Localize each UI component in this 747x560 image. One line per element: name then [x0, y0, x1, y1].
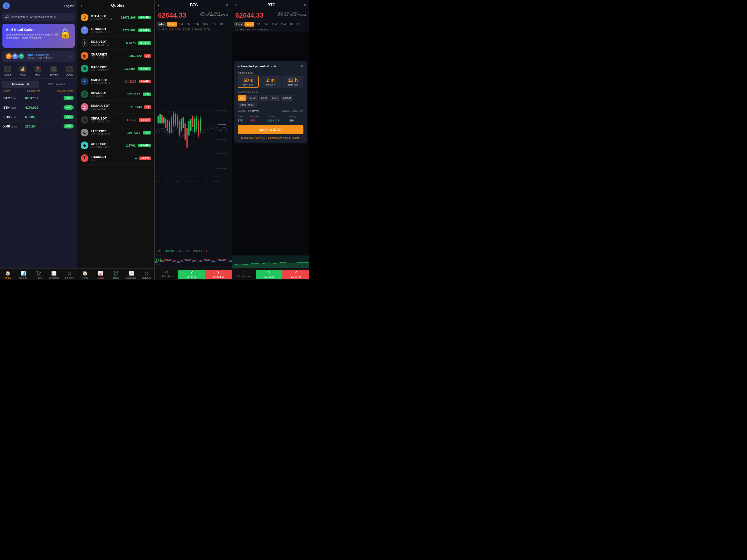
tab4-time-1m[interactable]: 1M — [254, 22, 262, 27]
quote-row-bsv[interactable]: ₿ BSV/USDT VOL:5380.16 173.1114 +0% — [77, 88, 154, 101]
tab-time-30m[interactable]: 30M — [201, 22, 210, 27]
nav-share[interactable]: ↗ Share — [4, 66, 11, 76]
bottom-buy-fall[interactable]: ¥ buy Or Fall — [205, 270, 232, 279]
nav-service[interactable]: 🎧 Service — [50, 66, 58, 76]
quote-row-eos[interactable]: EOS/USDT VOL:5651857.30 6.7075 +0.766% — [77, 37, 154, 50]
nav-help[interactable]: ❓ Help — [34, 66, 41, 76]
svg-text:60900.000: 60900.000 — [217, 167, 226, 169]
tab-time-1m[interactable]: 1M — [177, 22, 185, 27]
tab-time-5m[interactable]: 5M — [185, 22, 192, 27]
confirm-order-button[interactable]: confirm Order — [238, 125, 304, 134]
quote-row-rad[interactable]: ⊕ RAD/USDT VOL:1575494.26 12.3354 +0.002… — [77, 62, 154, 75]
bottom4-buy-fall[interactable]: ¥ buy Or Fall — [282, 270, 309, 279]
leverage-label: Leverage — [49, 276, 59, 279]
bottom-leverage[interactable]: 📈 Leverage — [46, 270, 61, 279]
bottom-quotes[interactable]: 📊 Quotes — [16, 270, 31, 279]
tab-vol-leaders[interactable]: VOL Leaders — [38, 81, 75, 88]
bottom4-buy-up[interactable]: ¥ buy Or up — [256, 270, 283, 279]
tab-kline[interactable]: k-line — [157, 22, 167, 27]
bottom-buy-up[interactable]: ¥ buy Or up — [178, 270, 205, 279]
expiry-12h[interactable]: 12 h profit 45% — [282, 76, 304, 88]
quick-recharge[interactable]: B Ξ T Quick recharge Support USDT rechar… — [2, 51, 75, 62]
bottom-hold-positions[interactable]: ⊙ hold Positions — [155, 270, 178, 279]
tab4-time-15m[interactable]: 15M — [269, 22, 279, 27]
bsv-vol: VOL:5380.16 — [91, 95, 127, 97]
back-icon[interactable]: ‹ — [158, 2, 159, 7]
buy-fall4-icon: ¥ — [295, 271, 297, 275]
amount-200[interactable]: $200 — [259, 95, 269, 101]
bottom-home[interactable]: 🏠 Home — [77, 270, 93, 279]
list-tabs: Increase list VOL Leaders — [2, 81, 75, 88]
menu4-icon[interactable]: ≡ — [304, 3, 306, 7]
nav-service-label: Service — [50, 73, 58, 76]
quote-row-eth[interactable]: Ξ ETH/USDT VOL:50502213.88 4271.092 +0.0… — [77, 24, 154, 37]
ada-price: 2.1762 — [126, 144, 135, 147]
menu-icon[interactable]: ≡ — [226, 3, 228, 7]
quote-row-xmr[interactable]: ◎ XMR/USDT VOL:140295.43 286.2022 0% — [77, 50, 154, 62]
modal-header: acknowledgement of order ✕ — [238, 64, 304, 69]
banner-text: Anti-fraud Guide What are the common way… — [6, 28, 59, 40]
svg-rect-74 — [162, 260, 162, 262]
nav-about[interactable]: ℹ About — [66, 66, 73, 76]
quote-row-omg[interactable]: OMG/USDT VOL:57561581.02 14.4225 -0.001% — [77, 75, 154, 88]
quote-row-xrp[interactable]: ✕ XRP/USDT VOL:19990215.00 1.1128 -0.018… — [77, 113, 154, 126]
hold4-icon: ⊙ — [242, 270, 246, 274]
amount-50[interactable]: $50 — [238, 95, 247, 101]
list-item[interactable]: EOS /usdt 6.6985 +0% — [0, 112, 77, 122]
nav-wallet[interactable]: 💰 Wallet — [19, 66, 26, 76]
amount-1000[interactable]: $1000 — [281, 95, 293, 101]
anti-fraud-banner[interactable]: Anti-fraud Guide What are the common way… — [2, 24, 75, 48]
bottom-quotes[interactable]: 📊 Quotes — [93, 270, 108, 279]
list-item[interactable]: XMR /usdt 286.204 +0% — [0, 122, 77, 131]
col-direction: direction — [250, 114, 268, 118]
back-icon[interactable]: ‹ — [235, 2, 237, 7]
bottom-trade[interactable]: 💱 Trade — [108, 270, 124, 279]
bottom-home[interactable]: 🏠 Home — [0, 270, 16, 279]
quote-row-sushi[interactable]: 🍣 SUSHI/USDT VOL:80092.86 11.3343 0% — [77, 101, 154, 113]
bottom-balance[interactable]: ⚖ Balance — [139, 270, 154, 279]
trade-label: Trade — [113, 276, 119, 279]
recharge-info: Quick recharge Support USDT recharge — [27, 53, 67, 59]
quote-row-ada[interactable]: ◈ ADA/USDT VOL:24488861.90 2.1762 +0.009… — [77, 139, 154, 152]
xrp-price: 1.1128 — [127, 118, 136, 122]
amount-100[interactable]: $100 — [248, 95, 258, 101]
back-icon[interactable]: ‹ — [81, 3, 82, 8]
bottom-trade[interactable]: 💱 Trade — [31, 270, 46, 279]
trade-icon: 💱 — [36, 270, 41, 276]
tab4-time-1h[interactable]: 1H — [288, 22, 295, 27]
tab4-time-1d[interactable]: 1D — [295, 22, 302, 27]
tab-time-1h[interactable]: 1H — [210, 22, 218, 27]
high-label: Heigh — [214, 11, 220, 14]
tab-trend[interactable]: trend — [167, 22, 177, 27]
expiry-60s[interactable]: 60 s profit 10% — [238, 76, 259, 88]
tab4-trend[interactable]: trend — [244, 22, 254, 27]
eos-info: EOS/USDT VOL:5651857.30 — [91, 40, 126, 46]
quote-row-btc[interactable]: ₿ BTC/USDT VOL:519893203.49 62673.265 +0… — [77, 11, 154, 24]
amount-other[interactable]: other Amour — [238, 102, 257, 107]
quotes-label: Quotes — [19, 276, 27, 279]
tab4-time-30m[interactable]: 30M — [279, 22, 287, 27]
modal-close-button[interactable]: ✕ — [300, 64, 304, 69]
expiry-2m[interactable]: 2 m profit 35% — [260, 76, 281, 88]
list-item[interactable]: ETH /usdt 4279.926 +0% — [0, 103, 77, 112]
chart4-header: ‹ BTC ≡ — [232, 0, 309, 10]
quote-row-ltc[interactable]: Ł LTC/USDT VOL:19194460.72 195.7213 +0% — [77, 126, 154, 139]
list-item[interactable]: BTC /usdt 62647.57 +0% — [0, 94, 77, 103]
tab-increase-list[interactable]: Increase list — [2, 81, 38, 88]
bottom-balance[interactable]: ⚖ Balance — [61, 270, 77, 279]
home-icon: 🏠 — [82, 270, 88, 276]
bottom4-hold-positions[interactable]: ⊙ hold Positions — [232, 270, 256, 279]
amount-500[interactable]: $500 — [270, 95, 280, 101]
svg-text:-100.000: -100.000 — [155, 264, 161, 265]
tab4-time-5m[interactable]: 5M — [262, 22, 269, 27]
rad-pair: RAD/USDT — [91, 65, 124, 69]
quote-row-trx[interactable]: T TRX/USDT VOL:-- -- +0.00% — [77, 152, 154, 165]
language-selector[interactable]: English — [64, 4, 74, 8]
candle-data-row: 22:39:00 62647.408 -171.58 61688.86 6171… — [155, 28, 232, 32]
quotes-icon: 📊 — [21, 270, 26, 276]
tab-time-15m[interactable]: 15M — [192, 22, 201, 27]
tab-time-1d[interactable]: 1D — [218, 22, 225, 27]
bottom-leverage[interactable]: 📈 Leverage — [124, 270, 139, 279]
tab4-kline[interactable]: k-line — [234, 22, 244, 27]
price-row4: 62644.33 Open Low Heigh 62312.86 61794.1… — [232, 10, 309, 21]
